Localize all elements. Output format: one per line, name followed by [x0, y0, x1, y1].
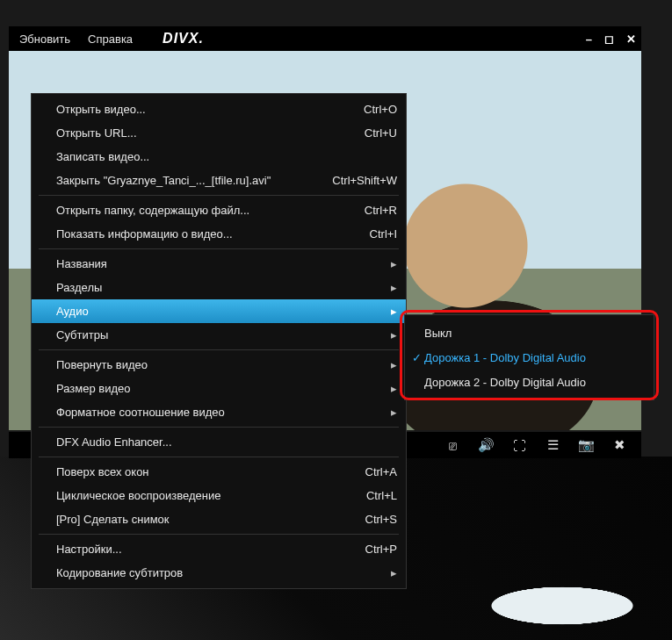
separator: [39, 349, 399, 350]
chevron-right-icon: ▸: [387, 406, 397, 419]
snapshot-icon[interactable]: 📷: [578, 437, 594, 453]
extra-icon[interactable]: ✖: [611, 437, 627, 453]
separator: [39, 248, 399, 249]
ctx-loop[interactable]: Циклическое воспроизведение Ctrl+L: [32, 484, 406, 507]
ctx-label: DFX Audio Enhancer...: [56, 435, 397, 449]
close-button[interactable]: ✕: [626, 32, 636, 46]
maximize-button[interactable]: ◻: [604, 32, 614, 46]
hotkey: Ctrl+O: [364, 103, 397, 116]
minimize-button[interactable]: –: [586, 32, 592, 46]
window-controls: – ◻ ✕: [586, 32, 636, 46]
audio-off[interactable]: Выкл: [405, 320, 654, 345]
ctx-label: Субтитры: [56, 328, 387, 342]
ctx-label: Разделы: [56, 281, 387, 294]
separator: [39, 534, 399, 535]
ctx-snapshot[interactable]: [Pro] Сделать снимок Ctrl+S: [32, 507, 406, 531]
ctx-label: Открыть папку, содержащую файл...: [56, 204, 365, 217]
ctx-aspect[interactable]: Форматное соотношение видео ▸: [32, 400, 406, 424]
hotkey: Ctrl+I: [370, 227, 397, 241]
hotkey: Ctrl+Shift+W: [332, 174, 397, 187]
ctx-chapters[interactable]: Разделы ▸: [32, 276, 406, 299]
ctx-label: Закрыть "Gryaznye_Tanci_..._[tfile.ru].a…: [56, 174, 332, 187]
hotkey: Ctrl+U: [365, 126, 397, 140]
playlist-icon[interactable]: ☰: [545, 437, 560, 453]
ctx-show-info[interactable]: Показать информацию о видео... Ctrl+I: [32, 222, 406, 246]
submenu-label: Дорожка 2 - Dolby Digital Audio: [424, 376, 586, 389]
chevron-right-icon: ▸: [387, 566, 397, 579]
divx-logo: DIVX.: [163, 31, 204, 47]
ctx-label: Форматное соотношение видео: [56, 406, 387, 419]
ctx-subtitles[interactable]: Субтитры ▸: [32, 323, 406, 347]
hotkey: Ctrl+P: [365, 543, 397, 556]
chevron-right-icon: ▸: [387, 328, 397, 342]
ctx-close-file[interactable]: Закрыть "Gryaznye_Tanci_..._[tfile.ru].a…: [32, 169, 406, 192]
ctx-label: Размер видео: [56, 382, 387, 395]
ctx-label: [Pro] Сделать снимок: [56, 513, 365, 526]
submenu-label: Выкл: [424, 327, 452, 340]
chevron-right-icon: ▸: [387, 382, 397, 395]
hotkey: Ctrl+A: [365, 465, 397, 478]
ctx-sub-encoding[interactable]: Кодирование субтитров ▸: [32, 561, 406, 585]
separator: [39, 457, 399, 457]
ctx-label: Открыть видео...: [56, 103, 364, 116]
chevron-right-icon: ▸: [387, 257, 397, 270]
ctx-dfx[interactable]: DFX Audio Enhancer...: [32, 430, 406, 454]
hotkey: Ctrl+S: [365, 513, 397, 526]
chevron-right-icon: ▸: [387, 358, 397, 371]
ctx-settings[interactable]: Настройки... Ctrl+P: [32, 537, 406, 561]
ctx-label: Циклическое воспроизведение: [56, 489, 366, 502]
ctx-open-folder[interactable]: Открыть папку, содержащую файл... Ctrl+R: [32, 198, 406, 222]
ctx-open-video[interactable]: Открыть видео... Ctrl+O: [32, 97, 406, 121]
ctx-label: Показать информацию о видео...: [56, 227, 370, 241]
ctx-label: Записать видео...: [56, 150, 397, 163]
ctx-label: Названия: [56, 257, 387, 270]
ctx-record-video[interactable]: Записать видео...: [32, 145, 406, 169]
hotkey: Ctrl+L: [366, 489, 397, 502]
separator: [39, 195, 399, 196]
ctx-label: Аудио: [56, 305, 387, 318]
chevron-right-icon: ▸: [387, 281, 397, 294]
audio-track-2[interactable]: Дорожка 2 - Dolby Digital Audio: [405, 370, 654, 394]
ctx-label: Поверх всех окон: [56, 465, 365, 478]
cc-icon[interactable]: ⎚: [444, 437, 460, 453]
ctx-label: Настройки...: [56, 543, 365, 556]
titlebar: Эбновить Справка DIVX. – ◻ ✕: [9, 26, 641, 51]
context-menu: Открыть видео... Ctrl+O Открыть URL... C…: [31, 93, 407, 589]
ctx-titles[interactable]: Названия ▸: [32, 252, 406, 276]
ctx-audio[interactable]: Аудио ▸: [32, 299, 406, 323]
audio-track-1[interactable]: ✓ Дорожка 1 - Dolby Digital Audio: [405, 345, 654, 370]
audio-submenu: Выкл ✓ Дорожка 1 - Dolby Digital Audio Д…: [404, 314, 654, 400]
check-icon: ✓: [412, 351, 422, 364]
ctx-label: Кодирование субтитров: [56, 566, 387, 579]
ctx-label: Повернуть видео: [56, 358, 387, 371]
ctx-label: Открыть URL...: [56, 126, 365, 140]
separator: [39, 427, 399, 428]
ctx-open-url[interactable]: Открыть URL... Ctrl+U: [32, 121, 406, 145]
submenu-label: Дорожка 1 - Dolby Digital Audio: [424, 351, 586, 364]
menu-refresh[interactable]: Эбновить: [14, 31, 76, 47]
ctx-rotate[interactable]: Повернуть видео ▸: [32, 353, 406, 377]
hotkey: Ctrl+R: [365, 204, 397, 217]
menu-help[interactable]: Справка: [83, 31, 138, 47]
ctx-ontop[interactable]: Поверх всех окон Ctrl+A: [32, 460, 406, 484]
volume-icon[interactable]: 🔊: [478, 437, 494, 453]
ctx-video-size[interactable]: Размер видео ▸: [32, 377, 406, 400]
fullscreen-icon[interactable]: ⛶: [511, 437, 527, 453]
chevron-right-icon: ▸: [387, 305, 397, 318]
